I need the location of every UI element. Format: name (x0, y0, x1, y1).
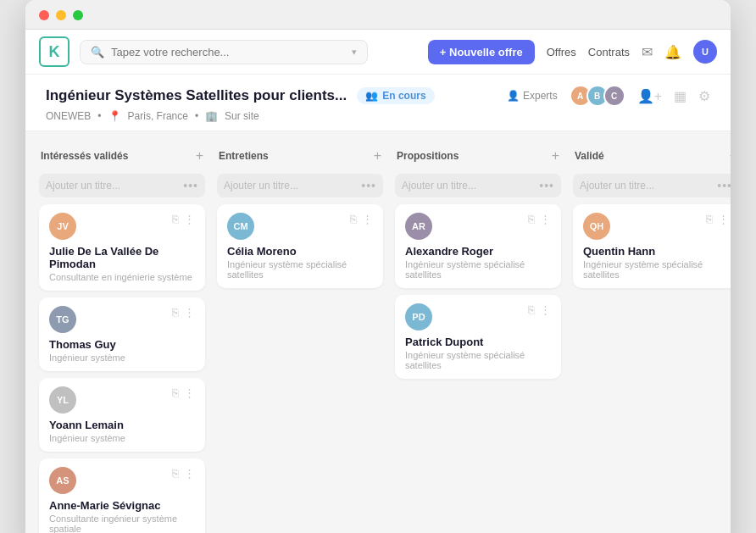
card-top: JV ⎘ ⋮ (49, 213, 195, 240)
card-name: Patrick Dupont (405, 336, 551, 348)
card-role: Consultante en ingénierie système (49, 272, 195, 282)
grid-icon[interactable]: ▦ (674, 88, 687, 104)
col-add-valide[interactable]: + (730, 148, 731, 164)
add-title-valide[interactable]: Ajouter un titre... ••• (573, 174, 731, 197)
page-title: Ingénieur Systèmes Satellites pour clien… (46, 87, 347, 104)
card-propositions-0[interactable]: AR ⎘ ⋮ Alexandre Roger Ingénieur système… (395, 204, 561, 288)
card-actions: ⎘ ⋮ (528, 213, 551, 225)
status-badge: 👥 En cours (357, 87, 434, 104)
maximize-dot[interactable] (73, 10, 83, 20)
card-interesses-2[interactable]: YL ⎘ ⋮ Yoann Lemain Ingénieur système (39, 378, 205, 452)
contrats-link[interactable]: Contrats (588, 46, 630, 58)
card-role: Ingénieur système (49, 353, 195, 363)
copy-icon[interactable]: ⎘ (706, 213, 713, 225)
card-interesses-3[interactable]: AS ⎘ ⋮ Anne-Marie Sévignac Consultante i… (39, 458, 205, 533)
chevron-down-icon: ▾ (352, 47, 357, 58)
add-title-propositions[interactable]: Ajouter un titre... ••• (395, 174, 561, 197)
card-actions: ⎘ ⋮ (172, 213, 195, 225)
card-avatar: PD (405, 303, 432, 330)
kanban-col-propositions: Propositions + Ajouter un titre... ••• A… (395, 145, 561, 533)
card-actions: ⎘ ⋮ (172, 467, 195, 480)
copy-icon[interactable]: ⎘ (528, 303, 535, 316)
card-entretiens-0[interactable]: CM ⎘ ⋮ Célia Moreno Ingénieur système sp… (217, 204, 383, 288)
work-mode-text: Sur site (225, 110, 259, 122)
offres-link[interactable]: Offres (547, 46, 576, 58)
bell-icon[interactable]: 🔔 (664, 44, 681, 60)
location-text: Paris, France (128, 110, 188, 122)
more-icon[interactable]: ⋮ (540, 213, 551, 225)
col-menu-valide[interactable]: ••• (717, 179, 731, 192)
card-role: Ingénieur système spécialisé satellites (227, 259, 373, 280)
add-member-icon[interactable]: 👤+ (637, 88, 662, 104)
close-dot[interactable] (39, 10, 49, 20)
copy-icon[interactable]: ⎘ (172, 306, 179, 319)
card-name: Quentin Hann (583, 245, 729, 258)
page-title-row: Ingénieur Systèmes Satellites pour clien… (46, 85, 710, 107)
card-top: YL ⎘ ⋮ (49, 386, 195, 414)
more-icon[interactable]: ⋮ (184, 306, 195, 319)
add-title-placeholder-interesses: Ajouter un titre... (46, 180, 120, 192)
card-name: Alexandre Roger (405, 245, 551, 258)
card-actions: ⎘ ⋮ (172, 386, 195, 399)
more-icon[interactable]: ⋮ (540, 303, 551, 316)
page-header: Ingénieur Systèmes Satellites pour clien… (25, 75, 731, 131)
minimize-dot[interactable] (56, 10, 66, 20)
card-name: Thomas Guy (49, 338, 195, 351)
card-name: Julie De La Vallée De Pimodan (49, 245, 195, 270)
kanban-board: Intéressés validés + Ajouter un titre...… (25, 131, 731, 533)
badge-label: En cours (382, 90, 425, 102)
location-icon: 📍 (108, 110, 121, 122)
copy-icon[interactable]: ⎘ (172, 386, 179, 399)
more-icon[interactable]: ⋮ (184, 386, 195, 399)
card-role: Consultante ingénieur système spatiale (49, 514, 195, 533)
add-title-placeholder-entretiens: Ajouter un titre... (224, 180, 298, 192)
card-propositions-1[interactable]: PD ⎘ ⋮ Patrick Dupont Ingénieur système … (395, 295, 561, 379)
card-role: Ingénieur système spécialisé satellites (405, 259, 551, 280)
col-header-entretiens: Entretiens + (217, 145, 383, 167)
card-name: Yoann Lemain (49, 419, 195, 431)
kanban-col-entretiens: Entretiens + Ajouter un titre... ••• CM … (217, 145, 383, 533)
search-icon: 🔍 (91, 46, 104, 58)
more-icon[interactable]: ⋮ (184, 467, 195, 480)
more-icon[interactable]: ⋮ (184, 213, 195, 225)
page-meta: ONEWEB • 📍 Paris, France • 🏢 Sur site (46, 110, 710, 122)
new-offer-button[interactable]: + Nouvelle offre (428, 40, 535, 64)
copy-icon[interactable]: ⎘ (528, 213, 535, 225)
col-add-entretiens[interactable]: + (374, 148, 381, 164)
search-bar[interactable]: 🔍 ▾ (80, 40, 368, 64)
col-header-valide: Validé + (573, 145, 731, 167)
card-role: Ingénieur système (49, 433, 195, 443)
col-menu-interesses[interactable]: ••• (183, 179, 198, 192)
col-add-interesses[interactable]: + (196, 148, 203, 164)
mail-icon[interactable]: ✉ (642, 44, 653, 60)
navbar: K 🔍 ▾ + Nouvelle offre Offres Contrats ✉… (25, 30, 731, 75)
col-title-entretiens: Entretiens (219, 150, 269, 162)
col-header-propositions: Propositions + (395, 145, 561, 167)
col-menu-propositions[interactable]: ••• (539, 179, 554, 192)
col-title-propositions: Propositions (397, 150, 459, 162)
copy-icon[interactable]: ⎘ (172, 213, 179, 225)
card-interesses-0[interactable]: JV ⎘ ⋮ Julie De La Vallée De Pimodan Con… (39, 204, 205, 291)
settings-icon[interactable]: ⚙ (698, 88, 710, 104)
add-title-entretiens[interactable]: Ajouter un titre... ••• (217, 174, 383, 197)
col-menu-entretiens[interactable]: ••• (361, 179, 376, 192)
search-input[interactable] (111, 46, 345, 58)
card-interesses-1[interactable]: TG ⎘ ⋮ Thomas Guy Ingénieur système (39, 297, 205, 371)
badge-icon: 👥 (365, 90, 378, 102)
user-avatar-icon[interactable]: U (693, 40, 717, 64)
separator-1: • (97, 110, 101, 122)
more-icon[interactable]: ⋮ (362, 213, 373, 225)
card-valide-0[interactable]: QH ⎘ ⋮ Quentin Hann Ingénieur système sp… (573, 204, 731, 288)
col-add-propositions[interactable]: + (552, 148, 559, 164)
add-title-placeholder-valide: Ajouter un titre... (580, 180, 654, 192)
copy-icon[interactable]: ⎘ (172, 467, 179, 480)
avatar-3: C (603, 85, 625, 107)
more-icon[interactable]: ⋮ (718, 213, 729, 225)
copy-icon[interactable]: ⎘ (350, 213, 357, 225)
card-role: Ingénieur système spécialisé satellites (583, 259, 729, 280)
titlebar (25, 0, 731, 30)
card-top: QH ⎘ ⋮ (583, 213, 729, 240)
add-title-interesses[interactable]: Ajouter un titre... ••• (39, 174, 205, 197)
logo[interactable]: K (39, 36, 69, 67)
avatar-group: A B C (570, 85, 625, 107)
